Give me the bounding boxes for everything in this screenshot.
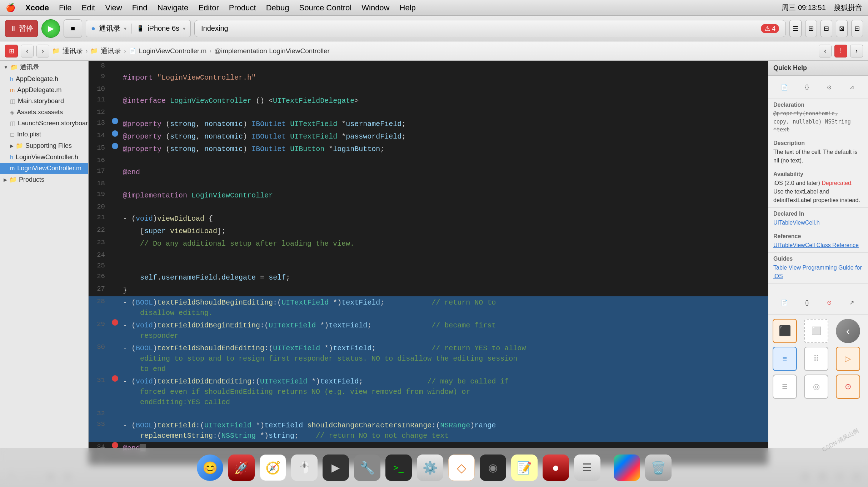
qh-declared-value[interactable]: UITableViewCell.h — [773, 219, 863, 227]
back-arrow-button[interactable]: ‹ — [836, 319, 860, 343]
menu-xcode[interactable]: Xcode — [25, 3, 49, 12]
qh-clock-icon[interactable]: ⊙ — [823, 81, 836, 94]
qh-file-icon[interactable]: 📄 — [778, 81, 791, 94]
sidebar-group-products[interactable]: ▶ 📁 Products — [0, 174, 88, 186]
error-badge[interactable]: ⚠ 4 — [761, 24, 779, 33]
code-line-22: 22 [super viewDidLoad]; — [89, 225, 768, 237]
qh-reference-value[interactable]: UITableViewCell Class Reference — [773, 241, 863, 250]
code-line-8: 8 — [89, 61, 768, 71]
menu-file[interactable]: File — [59, 3, 71, 12]
breadcrumb-item-3[interactable]: LoginViewController.m — [139, 47, 207, 55]
sidebar-item-appdelegate-m[interactable]: m AppDelegate.m — [0, 85, 88, 96]
stop-button[interactable]: ■ — [64, 19, 82, 38]
pause-button[interactable]: ⏸ 暂停 — [5, 20, 38, 37]
dock-item-shot[interactable]: ● — [543, 455, 569, 481]
sidebar-group-tongxunlu[interactable]: ▼ 📁 通讯录 — [0, 61, 88, 74]
layout-btn-2[interactable]: ⊞ — [805, 20, 817, 37]
layout-btn-1[interactable]: ☰ — [789, 20, 802, 37]
menu-help[interactable]: Help — [400, 3, 416, 12]
dock-item-finder2[interactable]: ☰ — [574, 455, 600, 481]
sidebar-item-launchscreen[interactable]: ◫ LaunchScreen.storyboard — [0, 118, 88, 129]
dock-item-launchpad[interactable]: 🚀 — [228, 455, 255, 481]
scheme-selector[interactable]: ● 通讯录 ▾ 📱 iPhone 6s ▾ — [86, 20, 191, 37]
menu-view[interactable]: View — [105, 3, 122, 12]
dock-item-dark[interactable]: ◉ — [480, 455, 506, 481]
menu-window[interactable]: Window — [361, 3, 389, 12]
sidebar-item-loginvc-h[interactable]: h LoginViewController.h — [0, 152, 88, 163]
dock-item-mouse[interactable]: 🖱️ — [291, 455, 318, 481]
file-icon: ◫ — [10, 98, 15, 105]
nav-error-indicator: ! — [834, 45, 847, 57]
code-line-31: 31 - (void)textFieldDidEndEditing:(UITex… — [89, 375, 768, 408]
sidebar-item-assets[interactable]: ◈ Assets.xcassets — [0, 107, 88, 118]
dock-item-tools[interactable]: 🔧 — [354, 455, 380, 481]
obj-lib-target-icon[interactable]: ⊙ — [823, 296, 836, 309]
quick-help-panel: Quick Help 📄 {} ⊙ ⊿ Declaration @propert… — [768, 61, 868, 465]
dock-item-macos[interactable]: ⌘ — [614, 455, 640, 481]
nav-left-pane-btn[interactable]: ‹ — [819, 45, 832, 57]
menu-source-control[interactable]: Source Control — [299, 3, 352, 12]
breakpoint-15[interactable] — [112, 143, 118, 149]
qh-arrow-icon[interactable]: ⊿ — [845, 81, 858, 94]
obj-cell-target[interactable]: ⊙ — [836, 375, 860, 399]
obj-cell-orange[interactable]: ⬛ — [773, 319, 797, 343]
obj-cell-blue[interactable]: ≡ — [773, 347, 797, 371]
code-editor[interactable]: 8 9 #import "LoginViewController.h" 10 1… — [89, 61, 768, 465]
dock-item-sketch[interactable]: ◇ — [448, 455, 475, 481]
sidebar-item-infoplist[interactable]: ◻ Info.plist — [0, 129, 88, 140]
layout-btn-5[interactable]: ⊟ — [851, 20, 863, 37]
dock-item-terminal[interactable]: >_ — [385, 455, 412, 481]
dock-item-notes[interactable]: 📝 — [511, 455, 538, 481]
obj-lib-file-icon[interactable]: 📄 — [778, 296, 791, 309]
nav-layout-toggle[interactable]: ⊞ — [5, 45, 18, 57]
breadcrumb-item-1[interactable]: 通讯录 — [63, 46, 83, 56]
nav-right-pane-btn[interactable]: › — [850, 45, 863, 57]
sidebar-item-appdelegate-h[interactable]: h AppDelegate.h — [0, 74, 88, 85]
menu-editor[interactable]: Editor — [198, 3, 219, 12]
obj-lib-brace-icon[interactable]: {} — [800, 296, 813, 309]
code-line-27: 27 } — [89, 284, 768, 296]
obj-cell-orange-2[interactable]: ▷ — [836, 347, 860, 371]
file-icon: ◻ — [10, 131, 15, 138]
qh-description-value: The text of the cell. The default is nil… — [773, 148, 863, 165]
play-button[interactable]: ▶ — [41, 19, 60, 38]
menu-navigate[interactable]: Navigate — [158, 3, 189, 12]
layout-btn-4[interactable]: ⊠ — [836, 20, 848, 37]
file-icon: ◈ — [10, 109, 14, 116]
menu-product[interactable]: Product — [229, 3, 256, 12]
menu-debug[interactable]: Debug — [266, 3, 289, 12]
obj-lib-arrow-icon[interactable]: ↗ — [845, 296, 858, 309]
dock-item-trash[interactable]: 🗑️ — [645, 455, 672, 481]
code-line-15: 15 @property (strong, nonatomic) IBOutle… — [89, 143, 768, 155]
sidebar-item-main-storyboard[interactable]: ◫ Main.storyboard — [0, 96, 88, 107]
dock-item-finder[interactable]: 😊 — [197, 455, 223, 481]
qh-brace-icon[interactable]: {} — [800, 81, 813, 94]
menu-find[interactable]: Find — [132, 3, 148, 12]
qh-availability-value: iOS (2.0 and later) Deprecated. Use the … — [773, 179, 863, 205]
breadcrumb-item-2[interactable]: 通讯录 — [101, 46, 121, 56]
chevron-left-icon: ‹ — [846, 325, 850, 337]
layout-btn-3[interactable]: ⊟ — [820, 20, 832, 37]
dock-item-sysprefs[interactable]: ⚙️ — [417, 455, 443, 481]
obj-cell-dotted[interactable]: ⬜ — [804, 319, 828, 343]
dock-item-safari[interactable]: 🧭 — [260, 455, 286, 481]
dock-item-quicktime[interactable]: ▶ — [323, 455, 349, 481]
apple-menu[interactable]: 🍎 — [6, 3, 15, 12]
code-line-21: 21 - (void)viewDidLoad { — [89, 212, 768, 225]
device-icon: 📱 — [137, 25, 144, 32]
obj-cell-list[interactable]: ☰ — [773, 375, 797, 399]
code-line-17: 17 @end — [89, 166, 768, 179]
breakpoint-14[interactable] — [112, 130, 118, 137]
obj-cell-grid[interactable]: ⠿ — [804, 347, 828, 371]
file-icon: h — [10, 76, 13, 82]
back-button[interactable]: ‹ — [21, 45, 34, 57]
forward-button[interactable]: › — [36, 45, 49, 57]
obj-cell-circle[interactable]: ◎ — [804, 375, 828, 399]
breadcrumb-item-4[interactable]: @implementation LoginViewController — [214, 47, 330, 55]
menu-edit[interactable]: Edit — [81, 3, 95, 12]
quick-help-title: Quick Help — [773, 64, 807, 71]
sidebar-item-loginvc-m[interactable]: m LoginViewController.m — [0, 163, 88, 174]
qh-guides-value[interactable]: Table View Programming Guide for iOS — [773, 263, 863, 281]
sidebar-group-supporting[interactable]: ▶ 📁 Supporting Files — [0, 140, 88, 152]
breakpoint-13[interactable] — [112, 118, 118, 124]
